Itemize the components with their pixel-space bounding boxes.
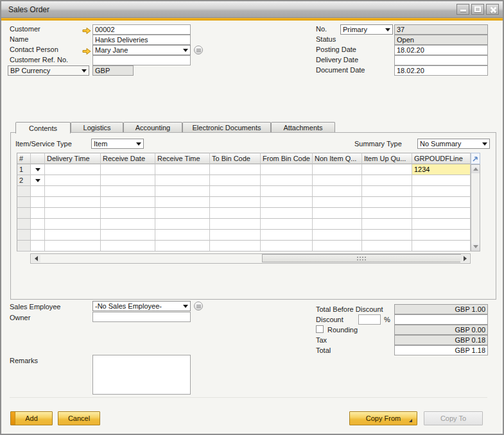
minimize-button[interactable] xyxy=(456,4,469,15)
tab-attachments[interactable]: Attachments xyxy=(271,122,335,133)
cancel-button[interactable]: Cancel xyxy=(58,411,100,425)
row-number-cell[interactable] xyxy=(17,230,31,241)
row-number-cell[interactable] xyxy=(17,197,31,208)
row-type-cell[interactable] xyxy=(31,219,45,230)
grid-cell[interactable] xyxy=(210,230,261,241)
grid-cell[interactable] xyxy=(412,197,471,208)
grid-cell[interactable] xyxy=(210,186,261,197)
sales-employee-combo[interactable]: -No Sales Employee- xyxy=(92,301,191,311)
grid-cell[interactable] xyxy=(101,230,155,241)
grid-cell[interactable] xyxy=(362,230,412,241)
grid-cell[interactable] xyxy=(313,208,362,219)
grid-cell[interactable] xyxy=(101,208,155,219)
grid-cell[interactable] xyxy=(362,208,412,219)
grid-cell[interactable] xyxy=(45,197,101,208)
grid-cell[interactable] xyxy=(362,197,412,208)
list-icon[interactable] xyxy=(194,46,203,55)
row-type-cell[interactable] xyxy=(31,241,45,252)
grid-cell[interactable] xyxy=(261,219,313,230)
grid-cell[interactable] xyxy=(45,175,101,186)
grid-cell[interactable] xyxy=(101,175,155,186)
row-number-cell[interactable] xyxy=(17,186,31,197)
grid-cell[interactable] xyxy=(313,219,362,230)
grid-cell[interactable] xyxy=(261,164,313,175)
tab-accounting[interactable]: Accounting xyxy=(123,122,182,133)
row-number-cell[interactable] xyxy=(17,241,31,252)
summary-type-combo[interactable]: No Summary xyxy=(417,139,490,149)
grid-cell[interactable] xyxy=(412,208,471,219)
no-series-combo[interactable]: Primary xyxy=(340,24,393,35)
grid-cell[interactable] xyxy=(261,230,313,241)
customer-input[interactable] xyxy=(92,24,191,35)
grid-cell[interactable] xyxy=(261,208,313,219)
contact-person-combo[interactable]: Mary Jane xyxy=(92,45,191,55)
row-type-cell[interactable] xyxy=(31,230,45,241)
rounding-checkbox[interactable] xyxy=(316,325,324,333)
grid-cell[interactable] xyxy=(261,175,313,186)
link-arrow-icon[interactable] xyxy=(82,26,91,33)
row-type-cell[interactable] xyxy=(31,186,45,197)
tab-contents[interactable]: Contents xyxy=(15,122,71,133)
scroll-up-button[interactable] xyxy=(471,165,480,173)
grid-cell[interactable] xyxy=(101,186,155,197)
grid-cell[interactable] xyxy=(210,164,261,175)
customer-ref-input[interactable] xyxy=(92,55,191,65)
row-type-cell[interactable] xyxy=(31,164,45,175)
grid-cell[interactable] xyxy=(210,175,261,186)
row-type-cell[interactable] xyxy=(31,175,45,186)
copy-from-button[interactable]: Copy From xyxy=(349,411,417,425)
grid-cell[interactable] xyxy=(362,219,412,230)
document-date-input[interactable] xyxy=(394,65,488,76)
grid-cell[interactable] xyxy=(45,164,101,175)
grid-cell[interactable] xyxy=(155,197,210,208)
grid-cell[interactable] xyxy=(155,230,210,241)
grid-cell[interactable] xyxy=(412,241,471,252)
close-button[interactable] xyxy=(486,4,499,15)
grid-cell[interactable] xyxy=(261,186,313,197)
delivery-date-input[interactable] xyxy=(394,55,488,65)
maximize-button[interactable] xyxy=(471,4,484,15)
grid-cell[interactable] xyxy=(155,186,210,197)
grid-cell[interactable] xyxy=(155,219,210,230)
grid-cell[interactable] xyxy=(313,241,362,252)
discount-amount-input[interactable] xyxy=(394,314,488,325)
posting-date-input[interactable] xyxy=(394,45,488,55)
row-type-cell[interactable] xyxy=(31,197,45,208)
grpoudfline-cell[interactable]: 1234 xyxy=(412,164,471,175)
grid-cell[interactable] xyxy=(45,208,101,219)
name-input[interactable] xyxy=(92,35,191,45)
grid-cell[interactable] xyxy=(412,186,471,197)
grid-cell[interactable] xyxy=(155,164,210,175)
grid-cell[interactable] xyxy=(210,219,261,230)
grid-cell[interactable] xyxy=(155,241,210,252)
row-number-cell[interactable] xyxy=(17,208,31,219)
grid-cell[interactable] xyxy=(101,197,155,208)
grid-cell[interactable] xyxy=(412,230,471,241)
grid-cell[interactable] xyxy=(155,208,210,219)
link-arrow-icon[interactable] xyxy=(82,46,91,54)
grid-horizontal-scrollbar[interactable] xyxy=(30,253,471,264)
grid-cell[interactable] xyxy=(45,219,101,230)
grid-cell[interactable] xyxy=(412,219,471,230)
grid-cell[interactable] xyxy=(313,175,362,186)
list-icon[interactable] xyxy=(194,302,203,311)
row-type-cell[interactable] xyxy=(31,208,45,219)
scroll-right-button[interactable] xyxy=(460,255,469,262)
grid-cell[interactable] xyxy=(45,186,101,197)
grid-cell[interactable] xyxy=(155,175,210,186)
grid-cell[interactable] xyxy=(45,241,101,252)
grid-cell[interactable] xyxy=(101,241,155,252)
scrollbar-thumb[interactable] xyxy=(262,254,461,262)
grpoudfline-cell[interactable] xyxy=(412,175,471,186)
owner-input[interactable] xyxy=(92,312,191,322)
grid-cell[interactable] xyxy=(313,186,362,197)
grid-cell[interactable] xyxy=(261,241,313,252)
grid-cell[interactable] xyxy=(210,241,261,252)
grid-cell[interactable] xyxy=(362,241,412,252)
grid-cell[interactable] xyxy=(45,230,101,241)
item-service-type-combo[interactable]: Item xyxy=(91,139,144,149)
grid-cell[interactable] xyxy=(210,197,261,208)
remarks-textarea[interactable] xyxy=(92,355,191,395)
grid-cell[interactable] xyxy=(313,230,362,241)
grid-cell[interactable] xyxy=(101,219,155,230)
